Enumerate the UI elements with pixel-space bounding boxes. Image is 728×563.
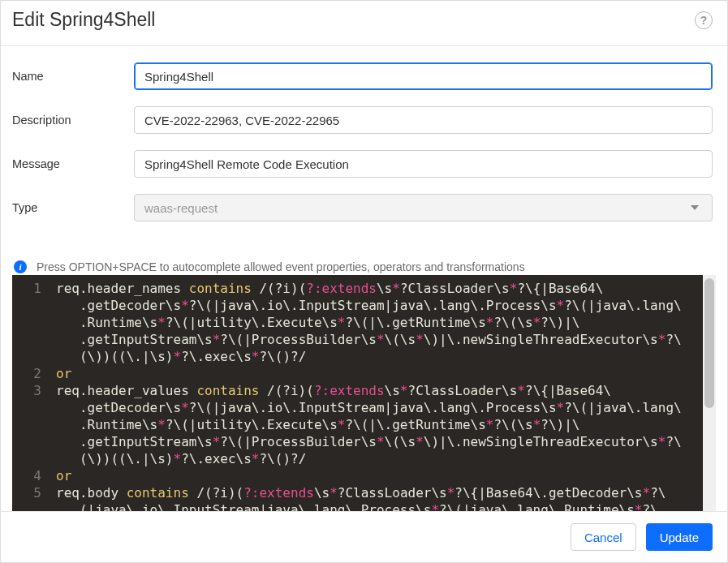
edit-rule-modal: Edit Spring4Shell ? Name Description Mes… bbox=[0, 0, 728, 563]
hint-text: Press OPTION+SPACE to autocomplete allow… bbox=[37, 260, 525, 273]
help-icon[interactable]: ? bbox=[695, 11, 713, 29]
editor-gutter: 12345 bbox=[12, 275, 50, 511]
input-description[interactable] bbox=[134, 106, 713, 134]
select-type[interactable]: waas-request bbox=[134, 194, 713, 221]
label-message: Message bbox=[12, 157, 134, 170]
modal-footer: Cancel Update bbox=[1, 511, 727, 562]
label-type: Type bbox=[12, 201, 134, 214]
modal-title: Edit Spring4Shell bbox=[12, 9, 155, 31]
rule-editor[interactable]: 12345 req.header_names contains /(?i)(?:… bbox=[12, 275, 716, 511]
modal-header: Edit Spring4Shell ? bbox=[1, 1, 727, 46]
editor-scrollbar-thumb[interactable] bbox=[704, 278, 714, 408]
row-description: Description bbox=[12, 106, 713, 134]
modal-body: Name Description Message Type waas-reque… bbox=[1, 46, 727, 511]
chevron-down-icon bbox=[691, 205, 699, 210]
info-icon: i bbox=[14, 260, 27, 273]
row-message: Message bbox=[12, 150, 713, 178]
autocomplete-hint: i Press OPTION+SPACE to autocomplete all… bbox=[12, 260, 713, 273]
row-type: Type waas-request bbox=[12, 194, 713, 221]
input-name[interactable] bbox=[134, 62, 713, 90]
label-description: Description bbox=[12, 114, 134, 127]
editor-scrollbar[interactable] bbox=[703, 275, 716, 511]
row-name: Name bbox=[12, 62, 713, 90]
editor-code[interactable]: req.header_names contains /(?i)(?:extend… bbox=[50, 275, 716, 511]
label-name: Name bbox=[12, 70, 134, 83]
update-button[interactable]: Update bbox=[646, 523, 713, 551]
cancel-button[interactable]: Cancel bbox=[571, 523, 636, 551]
select-type-value: waas-request bbox=[144, 201, 218, 215]
input-message[interactable] bbox=[134, 150, 713, 178]
